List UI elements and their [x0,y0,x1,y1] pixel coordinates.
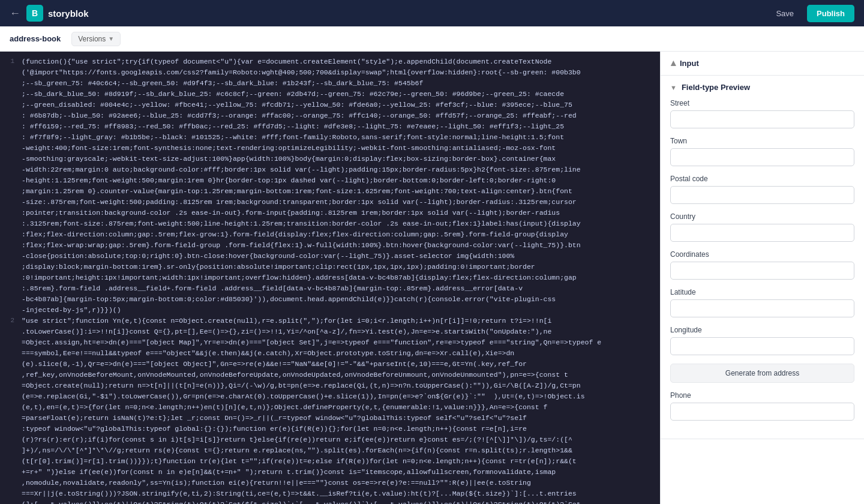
input-phone[interactable] [670,403,854,421]
line-content: ;margin:1.25rem 0}.counter-value{margin-… [22,186,660,197]
logo-name: storyblok [48,8,89,19]
line-number [0,456,22,467]
field-town: Town [670,137,854,166]
input-longitude[interactable] [670,337,854,355]
line-number [0,499,22,504]
code-line: =Object.create(null);return n=>t[n]||(t[… [0,380,660,391]
nav-left: ← B storyblok [10,5,89,22]
line-content: :0!important;height:1px!important;width:… [22,272,660,283]
code-line: :typeof window<"u"?globalThis:typeof glo… [0,424,660,434]
field-type-preview-header[interactable]: ▼ Field-type Preview [661,76,864,99]
field-latitude: Latitude [670,288,854,317]
input-accordion-header[interactable]: ▶ Input [661,52,864,75]
line-number: 1 [0,56,22,67]
input-postalCode[interactable] [670,186,854,204]
field-coordinates: Coordinates [670,250,854,280]
field-postalCode: Postal code [670,175,854,204]
line-number [0,240,22,251]
code-line: :.85rem}.form-field .address__field+.for… [0,283,660,294]
code-line: ;--sb_dark_blue_50: #8d919f;--sb_dark_bl… [0,89,660,100]
code-line: 1(function(){"use strict";try{if(typeof … [0,56,660,67]
line-number [0,208,22,218]
line-content: ;display:block;margin-bottom:1rem}.sr-on… [22,262,660,272]
line-number [0,445,22,456]
line-number [0,488,22,499]
line-number [0,175,22,186]
line-number [0,154,22,164]
code-line: (r)?rs(r):er(r);if(i)for(const s in i)t[… [0,434,660,445]
label-town: Town [670,137,854,145]
input-coordinates[interactable] [670,262,854,280]
line-content: -smoothing:grayscale;-webkit-text-size-a… [22,154,660,164]
line-content: -injected-by-js",r)}})() [22,305,660,316]
code-line: ===symbol,Ee=e!==null&&typeof e==="objec… [0,348,660,359]
line-content: .toLowerCase()]:i=>!!n[i]}const Q={},pt=… [22,326,660,337]
code-line: (e=>e.replace(Gi,"-$1").toLowerCase()),G… [0,391,660,402]
label-street: Street [670,99,854,107]
line-content: (e,t),en=(e,t)=>{for(let n=0;n<e.length;… [22,402,660,413]
publish-button[interactable]: Publish [807,5,854,22]
line-number [0,467,22,478]
line-number [0,305,22,316]
chevron-down-icon: ▼ [108,35,114,42]
code-line: :0!important;height:1px!important;width:… [0,272,660,283]
code-line: -injected-by-js",r)}})() [0,305,660,316]
code-line: ;display:block;margin-bottom:1rem}.sr-on… [0,262,660,272]
input-section: ▶ Input [661,52,864,76]
line-content: ;--sb_dark_blue_50: #8d919f;--sb_dark_bl… [22,89,660,100]
line-content: ;--green_disabled: #004e4c;--yellow: #fb… [22,100,660,110]
logo: B storyblok [26,5,89,22]
line-content: ===Xr||j(e.toString()))?JSON.stringify(e… [22,488,660,499]
generate-from-address-button[interactable]: Generate from address [670,364,854,383]
field-longitude: Longitude [670,326,854,355]
code-line: :flex;flex-wrap:wrap;gap:.5rem}.form-fie… [0,240,660,251]
line-number: 2 [0,316,22,326]
input-country[interactable] [670,224,854,242]
line-content: :typeof window<"u"?globalThis:typeof glo… [22,424,660,434]
line-content: (e=>e.replace(Gi,"-$1").toLowerCase()),G… [22,391,660,402]
line-number [0,326,22,337]
line-content: +=r+" ")}else if(ee(e))for(const n in e)… [22,467,660,478]
line-number [0,402,22,413]
chevron-down-icon-2: ▼ [670,84,677,91]
code-line: =parseFloat(e);return isNaN(t)?e:t};let … [0,413,660,424]
code-line: -height:1.125rem;font-weight:500;margin:… [0,175,660,186]
line-number [0,337,22,348]
line-number [0,110,22,121]
code-line: .toLowerCase()]:i=>!!n[i]}const Q={},pt=… [0,326,660,337]
code-line: : #6b87db;--blue_50: #92aee6;--blue_25: … [0,110,660,121]
label-coordinates: Coordinates [670,250,854,259]
code-line: : #ff6159;--red_75: #ff8983;--red_50: #f… [0,121,660,132]
back-button[interactable]: ← [10,7,20,20]
line-number [0,100,22,110]
label-phone: Phone [670,391,854,400]
line-number [0,413,22,424]
save-button[interactable]: Save [769,5,801,22]
line-number [0,218,22,229]
code-line: +=r+" ")}else if(ee(e))for(const n in e)… [0,467,660,478]
field-type-preview-label: Field-type Preview [682,83,750,92]
versions-button[interactable]: Versions ▼ [71,32,121,46]
line-number [0,121,22,132]
input-label: Input [680,59,699,68]
code-line: ('@import"https://fonts.googleapis.com/c… [0,67,660,78]
line-number [0,262,22,272]
code-editor[interactable]: 1(function(){"use strict";try{if(typeof … [0,52,660,504]
line-content: ===symbol,Ee=e!==null&&typeof e==="objec… [22,348,660,359]
code-line: :.3125rem;font-size:.875rem;font-weight:… [0,218,660,229]
line-content: :flex;flex-direction:column;gap:.5rem;fl… [22,229,660,240]
line-content: (e).slice(8,-1),Qr=e=>dn(e)==="[object O… [22,359,660,370]
line-number [0,434,22,445]
input-latitude[interactable] [670,299,854,317]
code-line: ,ref_key,onVnodeBeforeMount,onVnodeMount… [0,370,660,380]
line-content: -close{position:absolute;top:0;right:0}.… [22,251,660,262]
code-line: ;--green_disabled: #004e4c;--yellow: #fb… [0,100,660,110]
input-town[interactable] [670,148,854,166]
code-line: ,nomodule,novalidate,readonly",ss=Yn(is)… [0,478,660,488]
input-street[interactable] [670,110,854,128]
line-content: -bc4b87ab]{margin-top:5px;margin-bottom:… [22,294,660,305]
line-content: =Object.create(null);return n=>t[n]||(t[… [22,380,660,391]
line-number [0,143,22,154]
code-line: -weight:400;font-size:1rem;font-synthesi… [0,143,660,154]
right-panel: ▶ Input ▼ Field-type Preview StreetTownP… [660,52,864,504]
